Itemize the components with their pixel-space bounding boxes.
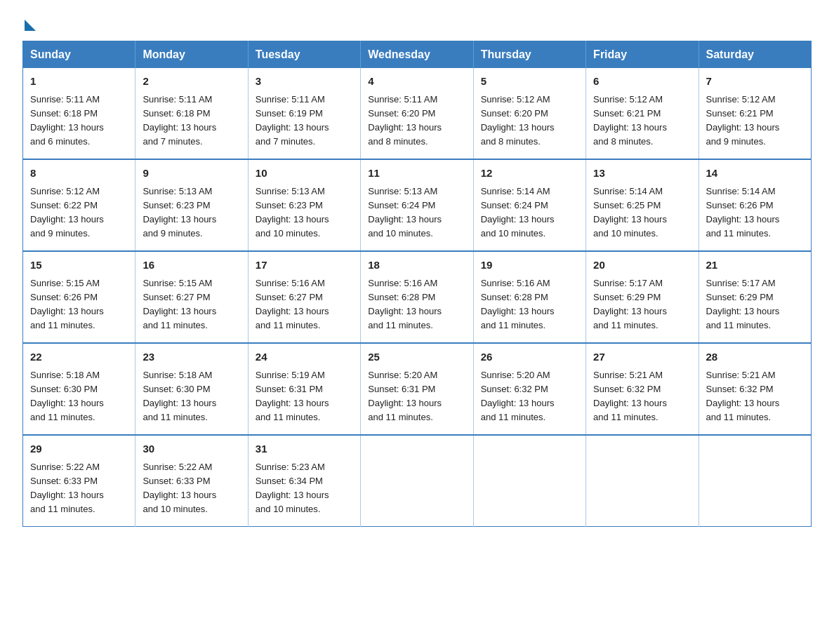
day-info: Sunrise: 5:17 AMSunset: 6:29 PMDaylight:…: [706, 278, 780, 330]
weekday-header-monday: Monday: [135, 41, 248, 69]
day-number: 27: [593, 349, 691, 365]
day-cell: 8Sunrise: 5:12 AMSunset: 6:22 PMDaylight…: [23, 159, 135, 251]
day-info: Sunrise: 5:14 AMSunset: 6:24 PMDaylight:…: [481, 186, 555, 239]
day-number: 13: [593, 166, 691, 182]
day-number: 28: [706, 349, 804, 365]
day-number: 15: [30, 257, 128, 274]
day-cell: 1Sunrise: 5:11 AMSunset: 6:18 PMDaylight…: [23, 68, 135, 159]
day-number: 2: [143, 74, 240, 90]
day-info: Sunrise: 5:14 AMSunset: 6:25 PMDaylight:…: [593, 186, 667, 239]
day-info: Sunrise: 5:15 AMSunset: 6:27 PMDaylight:…: [143, 278, 216, 330]
day-cell: 14Sunrise: 5:14 AMSunset: 6:26 PMDayligh…: [699, 159, 811, 251]
day-number: 8: [30, 166, 128, 182]
day-info: Sunrise: 5:22 AMSunset: 6:33 PMDaylight:…: [30, 462, 104, 514]
day-info: Sunrise: 5:13 AMSunset: 6:23 PMDaylight:…: [143, 186, 216, 239]
day-cell: 21Sunrise: 5:17 AMSunset: 6:29 PMDayligh…: [699, 251, 811, 343]
week-row-1: 1Sunrise: 5:11 AMSunset: 6:18 PMDaylight…: [23, 68, 812, 159]
day-cell: 18Sunrise: 5:16 AMSunset: 6:28 PMDayligh…: [361, 251, 473, 343]
day-info: Sunrise: 5:23 AMSunset: 6:34 PMDaylight:…: [256, 462, 329, 514]
day-number: 25: [368, 349, 465, 365]
day-cell: 17Sunrise: 5:16 AMSunset: 6:27 PMDayligh…: [248, 251, 360, 343]
day-info: Sunrise: 5:15 AMSunset: 6:26 PMDaylight:…: [30, 278, 104, 330]
day-number: 26: [481, 349, 578, 365]
day-cell: 4Sunrise: 5:11 AMSunset: 6:20 PMDaylight…: [361, 68, 473, 159]
day-number: 22: [30, 349, 128, 365]
day-cell: 30Sunrise: 5:22 AMSunset: 6:33 PMDayligh…: [135, 435, 248, 527]
day-cell: [699, 435, 811, 527]
day-number: 23: [143, 349, 240, 365]
day-cell: 16Sunrise: 5:15 AMSunset: 6:27 PMDayligh…: [135, 251, 248, 343]
day-info: Sunrise: 5:18 AMSunset: 6:30 PMDaylight:…: [30, 370, 104, 422]
days-of-week-row: SundayMondayTuesdayWednesdayThursdayFrid…: [23, 41, 812, 69]
day-cell: 15Sunrise: 5:15 AMSunset: 6:26 PMDayligh…: [23, 251, 135, 343]
day-info: Sunrise: 5:13 AMSunset: 6:23 PMDaylight:…: [256, 186, 329, 239]
day-info: Sunrise: 5:21 AMSunset: 6:32 PMDaylight:…: [706, 370, 780, 422]
day-cell: 28Sunrise: 5:21 AMSunset: 6:32 PMDayligh…: [699, 343, 811, 435]
week-row-3: 15Sunrise: 5:15 AMSunset: 6:26 PMDayligh…: [23, 251, 812, 343]
day-info: Sunrise: 5:12 AMSunset: 6:21 PMDaylight:…: [593, 94, 667, 147]
day-number: 11: [368, 166, 465, 182]
day-cell: 13Sunrise: 5:14 AMSunset: 6:25 PMDayligh…: [586, 159, 699, 251]
day-number: 4: [368, 74, 465, 90]
day-info: Sunrise: 5:19 AMSunset: 6:31 PMDaylight:…: [256, 370, 329, 422]
day-number: 5: [481, 74, 578, 90]
day-number: 21: [706, 257, 804, 274]
day-cell: 9Sunrise: 5:13 AMSunset: 6:23 PMDaylight…: [135, 159, 248, 251]
weekday-header-saturday: Saturday: [699, 41, 811, 69]
week-row-4: 22Sunrise: 5:18 AMSunset: 6:30 PMDayligh…: [23, 343, 812, 435]
day-info: Sunrise: 5:11 AMSunset: 6:18 PMDaylight:…: [30, 94, 104, 147]
day-cell: 7Sunrise: 5:12 AMSunset: 6:21 PMDaylight…: [699, 68, 811, 159]
day-info: Sunrise: 5:22 AMSunset: 6:33 PMDaylight:…: [143, 462, 216, 514]
day-cell: 27Sunrise: 5:21 AMSunset: 6:32 PMDayligh…: [586, 343, 699, 435]
day-cell: [586, 435, 699, 527]
day-number: 24: [256, 349, 353, 365]
day-number: 18: [368, 257, 465, 274]
day-info: Sunrise: 5:11 AMSunset: 6:19 PMDaylight:…: [256, 94, 329, 147]
day-info: Sunrise: 5:14 AMSunset: 6:26 PMDaylight:…: [706, 186, 780, 239]
day-info: Sunrise: 5:13 AMSunset: 6:24 PMDaylight:…: [368, 186, 442, 239]
header: [22, 17, 812, 28]
weekday-header-tuesday: Tuesday: [248, 41, 360, 69]
day-info: Sunrise: 5:16 AMSunset: 6:28 PMDaylight:…: [368, 278, 442, 330]
day-info: Sunrise: 5:16 AMSunset: 6:27 PMDaylight:…: [256, 278, 329, 330]
day-cell: [361, 435, 473, 527]
day-info: Sunrise: 5:11 AMSunset: 6:18 PMDaylight:…: [143, 94, 216, 147]
day-cell: 19Sunrise: 5:16 AMSunset: 6:28 PMDayligh…: [473, 251, 585, 343]
day-number: 19: [481, 257, 578, 274]
day-cell: 12Sunrise: 5:14 AMSunset: 6:24 PMDayligh…: [473, 159, 585, 251]
logo: [22, 17, 36, 28]
day-cell: 6Sunrise: 5:12 AMSunset: 6:21 PMDaylight…: [586, 68, 699, 159]
day-number: 31: [256, 441, 353, 457]
day-cell: 23Sunrise: 5:18 AMSunset: 6:30 PMDayligh…: [135, 343, 248, 435]
day-info: Sunrise: 5:21 AMSunset: 6:32 PMDaylight:…: [593, 370, 667, 422]
day-info: Sunrise: 5:12 AMSunset: 6:22 PMDaylight:…: [30, 186, 104, 239]
day-info: Sunrise: 5:18 AMSunset: 6:30 PMDaylight:…: [143, 370, 216, 422]
day-cell: 10Sunrise: 5:13 AMSunset: 6:23 PMDayligh…: [248, 159, 360, 251]
weekday-header-thursday: Thursday: [473, 41, 585, 69]
day-cell: 25Sunrise: 5:20 AMSunset: 6:31 PMDayligh…: [361, 343, 473, 435]
day-cell: 2Sunrise: 5:11 AMSunset: 6:18 PMDaylight…: [135, 68, 248, 159]
day-number: 6: [593, 74, 691, 90]
day-number: 29: [30, 441, 128, 457]
day-info: Sunrise: 5:17 AMSunset: 6:29 PMDaylight:…: [593, 278, 667, 330]
day-number: 30: [143, 441, 240, 457]
day-number: 14: [706, 166, 804, 182]
day-number: 20: [593, 257, 691, 274]
day-info: Sunrise: 5:20 AMSunset: 6:31 PMDaylight:…: [368, 370, 442, 422]
day-cell: 11Sunrise: 5:13 AMSunset: 6:24 PMDayligh…: [361, 159, 473, 251]
day-cell: 26Sunrise: 5:20 AMSunset: 6:32 PMDayligh…: [473, 343, 585, 435]
calendar-table: SundayMondayTuesdayWednesdayThursdayFrid…: [22, 41, 812, 527]
day-info: Sunrise: 5:11 AMSunset: 6:20 PMDaylight:…: [368, 94, 442, 147]
day-cell: 29Sunrise: 5:22 AMSunset: 6:33 PMDayligh…: [23, 435, 135, 527]
day-cell: 20Sunrise: 5:17 AMSunset: 6:29 PMDayligh…: [586, 251, 699, 343]
day-cell: 3Sunrise: 5:11 AMSunset: 6:19 PMDaylight…: [248, 68, 360, 159]
day-info: Sunrise: 5:12 AMSunset: 6:20 PMDaylight:…: [481, 94, 555, 147]
day-number: 3: [256, 74, 353, 90]
day-number: 16: [143, 257, 240, 274]
day-cell: [473, 435, 585, 527]
day-info: Sunrise: 5:16 AMSunset: 6:28 PMDaylight:…: [481, 278, 555, 330]
day-cell: 24Sunrise: 5:19 AMSunset: 6:31 PMDayligh…: [248, 343, 360, 435]
day-info: Sunrise: 5:20 AMSunset: 6:32 PMDaylight:…: [481, 370, 555, 422]
day-cell: 5Sunrise: 5:12 AMSunset: 6:20 PMDaylight…: [473, 68, 585, 159]
logo-triangle-icon: [25, 20, 36, 31]
